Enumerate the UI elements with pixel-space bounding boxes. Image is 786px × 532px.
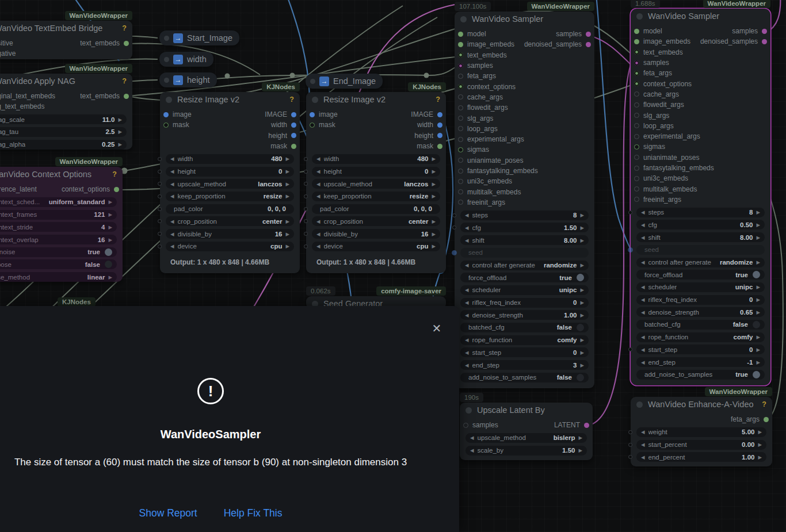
input-port-unianimate_poses[interactable] [458, 158, 463, 163]
input-port-uni3c_embeds[interactable] [458, 179, 463, 184]
input-port-context_options[interactable] [458, 84, 463, 89]
widget-cfg[interactable]: ◀cfg1.50▶ [460, 223, 589, 232]
widget-width[interactable]: ◀width480▶ [166, 154, 294, 164]
stepper-right-icon[interactable]: ▶ [756, 359, 760, 365]
help-icon[interactable]: ? [289, 95, 294, 104]
stepper-left-icon[interactable]: ◀ [170, 156, 174, 162]
widget-force-offload[interactable]: force_offloadtrue [460, 273, 589, 282]
input-port-feta_args[interactable] [634, 71, 639, 76]
widget-nag-alpha[interactable]: ◀nag_alpha0.25▶ [0, 140, 127, 150]
stepper-right-icon[interactable]: ▶ [118, 141, 122, 147]
output-port-LATENT[interactable] [584, 423, 589, 428]
input-port-mask[interactable] [163, 123, 169, 128]
node-title-bar[interactable]: WanVideo Enhance-A-Video? [631, 397, 772, 412]
stepper-right-icon[interactable]: ▶ [756, 259, 760, 265]
widget-seed[interactable]: seed [636, 245, 765, 255]
widget-steps[interactable]: ◀steps8▶ [460, 210, 589, 220]
stepper-right-icon[interactable]: ▶ [108, 237, 112, 243]
node-width-collapsed[interactable]: →width [159, 52, 213, 67]
input-port-loop_args[interactable] [458, 126, 463, 131]
stepper-right-icon[interactable]: ▶ [108, 199, 112, 205]
stepper-right-icon[interactable]: ▶ [285, 193, 289, 199]
stepper-right-icon[interactable]: ▶ [432, 243, 436, 249]
input-port-fantasytalking_embeds[interactable] [634, 166, 639, 171]
widget-seed[interactable]: seed [460, 248, 589, 258]
stepper-right-icon[interactable]: ▶ [580, 312, 584, 318]
stepper-left-icon[interactable]: ◀ [465, 287, 469, 293]
output-port-samples[interactable] [586, 32, 591, 37]
output-port-height[interactable] [291, 133, 296, 138]
stepper-left-icon[interactable]: ◀ [641, 222, 645, 228]
stepper-left-icon[interactable]: ◀ [641, 309, 645, 315]
widget-scheduler[interactable]: ◀schedulerunipc▶ [460, 285, 589, 295]
collapse-dot-icon[interactable] [636, 13, 643, 20]
stepper-right-icon[interactable]: ▶ [108, 212, 112, 217]
stepper-right-icon[interactable]: ▶ [118, 129, 122, 135]
stepper-left-icon[interactable]: ◀ [316, 156, 320, 162]
widget-input-port[interactable] [452, 213, 456, 217]
node-wanvideo-sampler-2[interactable]: 1.688sWanVideoWrapperWanVideo Samplermod… [631, 9, 770, 385]
input-port-samples[interactable] [634, 60, 639, 66]
output-port-denoised_samples[interactable] [762, 39, 767, 44]
widget-device[interactable]: ◀devicecpu▶ [312, 242, 440, 251]
widget-force-offload[interactable]: force_offloadtrue [636, 270, 765, 280]
widget-nag-scale[interactable]: ◀nag_scale11.0▶ [0, 114, 127, 124]
input-port-mask[interactable] [310, 123, 315, 128]
widget-pad-color[interactable]: pad_color0, 0, 0 [166, 204, 294, 214]
widget-crop-position[interactable]: ◀crop_positioncenter▶ [312, 216, 440, 226]
output-port-height[interactable] [437, 133, 442, 138]
node-title-bar[interactable]: WanVideo TextEmbed Bridge? [0, 21, 132, 36]
node-title-bar[interactable]: WanVideo Context Options? [0, 167, 123, 182]
widget-input-port[interactable] [304, 207, 308, 211]
collapse-dot-icon[interactable] [164, 57, 169, 62]
widget-context-sched-[interactable]: ◀context_sched...uniform_standard▶ [0, 197, 117, 207]
widget-add-noise-to-samples[interactable]: add_noise_to_samplesfalse [460, 373, 589, 382]
input-port-model[interactable] [634, 29, 639, 34]
widget-context-overlap[interactable]: ◀context_overlap16▶ [0, 235, 117, 244]
widget-input-port[interactable] [304, 170, 308, 174]
input-port-feta_args[interactable] [458, 74, 463, 79]
stepper-right-icon[interactable]: ▶ [756, 284, 760, 290]
input-port-image_embeds[interactable] [634, 39, 639, 44]
node-upscale-latent-by[interactable]: 190sUpscale Latent BysamplesLATENT◀upsca… [460, 403, 593, 460]
stepper-left-icon[interactable]: ◀ [316, 231, 320, 237]
widget-input-port[interactable] [628, 443, 632, 447]
input-port-flowedit_args[interactable] [634, 102, 639, 108]
output-port-samples[interactable] [762, 29, 767, 34]
input-port-sigmas[interactable] [458, 147, 463, 152]
stepper-left-icon[interactable]: ◀ [641, 359, 645, 365]
toggle-knob[interactable] [105, 261, 112, 268]
stepper-right-icon[interactable]: ▶ [108, 224, 112, 230]
toggle-knob[interactable] [753, 321, 760, 328]
widget-input-port[interactable] [304, 232, 308, 236]
widget-weight[interactable]: ◀weight5.00▶ [636, 427, 766, 437]
widget-steps[interactable]: ◀steps8▶ [636, 208, 765, 217]
widget-height[interactable]: ◀height0▶ [166, 167, 294, 177]
widget-crop-position[interactable]: ◀crop_positioncenter▶ [166, 216, 294, 226]
stepper-right-icon[interactable]: ▶ [580, 287, 584, 293]
stepper-right-icon[interactable]: ▶ [118, 117, 122, 123]
node-wanvideo-apply-nag[interactable]: WanVideoWrapperWanVideo Apply NAG?origin… [0, 74, 132, 150]
stepper-left-icon[interactable]: ◀ [170, 169, 174, 174]
stepper-right-icon[interactable]: ▶ [580, 262, 584, 268]
stepper-left-icon[interactable]: ◀ [641, 429, 645, 435]
widget-keep-proportion[interactable]: ◀keep_proportionresize▶ [166, 192, 294, 201]
stepper-left-icon[interactable]: ◀ [470, 447, 474, 453]
node-resize-image-v2-1[interactable]: KJNodesResize Image v2?imagemaskIMAGEwid… [160, 92, 300, 273]
stepper-left-icon[interactable]: ◀ [641, 209, 645, 215]
toggle-knob[interactable] [753, 371, 760, 378]
node-title-bar[interactable]: Resize Image v2? [306, 92, 446, 107]
toggle-knob[interactable] [577, 324, 584, 331]
input-port-slg_args[interactable] [634, 113, 639, 118]
stepper-left-icon[interactable]: ◀ [316, 193, 320, 199]
stepper-left-icon[interactable]: ◀ [641, 442, 645, 447]
node-start-image-collapsed[interactable]: →Start_Image [159, 30, 239, 45]
widget-input-port[interactable] [158, 244, 162, 248]
input-port-model[interactable] [458, 32, 463, 37]
toggle-knob[interactable] [577, 274, 584, 281]
output-port-width[interactable] [291, 123, 296, 128]
input-port-text_embeds[interactable] [458, 52, 463, 58]
widget-input-port[interactable] [628, 430, 632, 434]
widget-height[interactable]: ◀height0▶ [312, 167, 440, 177]
input-port-freeinit_args[interactable] [458, 200, 463, 205]
